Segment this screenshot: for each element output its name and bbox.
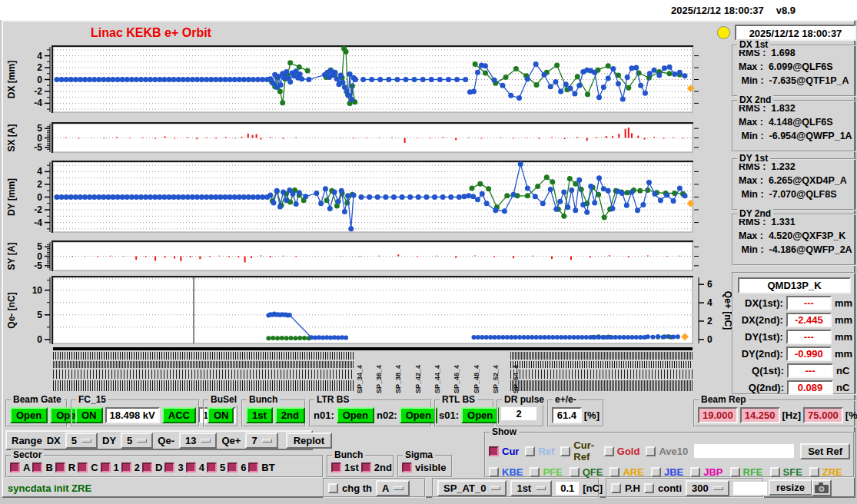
visible-checkbox[interactable]	[402, 463, 412, 472]
bunch-1st-button[interactable]: 1st	[246, 407, 273, 423]
dr-pulse-group: DR pulse	[497, 400, 544, 427]
busel-on-button[interactable]: ON	[208, 407, 234, 423]
checkbox-item-RFE: RFE	[730, 466, 763, 478]
bunch-select-group: Bunch 1st2nd	[327, 455, 394, 478]
bpm-name-display: QMD13P_K	[738, 277, 851, 293]
3-checkbox[interactable]	[164, 463, 174, 472]
jbp-label: JBP	[703, 466, 722, 478]
conti-label: conti	[658, 482, 682, 494]
bt-checkbox[interactable]	[248, 463, 258, 472]
dropdown-dash-icon	[394, 486, 404, 490]
ltr-n01-open-button[interactable]: Open	[337, 407, 374, 423]
d-checkbox[interactable]	[142, 463, 152, 472]
sfe-label: SFE	[783, 466, 802, 478]
acquisition-group: P.H conti 300	[606, 478, 764, 498]
range-qem-label: Qe-	[158, 435, 174, 446]
pfe-checkbox[interactable]	[530, 467, 540, 477]
range-dy-dropdown[interactable]: 5	[121, 433, 153, 449]
svg-text:5: 5	[37, 310, 42, 320]
sfe-checkbox[interactable]	[770, 467, 780, 477]
range-label: Range	[12, 435, 42, 446]
checkbox-item-C: C	[78, 462, 98, 473]
npoints-dropdown[interactable]: 300	[686, 480, 729, 496]
svg-text:2: 2	[37, 179, 42, 190]
conti-checkbox[interactable]	[644, 483, 654, 493]
b-checkbox[interactable]	[32, 463, 42, 472]
jbe-checkbox[interactable]	[651, 467, 661, 477]
c-checkbox[interactable]	[78, 463, 88, 472]
range-panel: Range DX 5 DY 5 Qe- 13 Qe+ 7 Replot	[5, 430, 313, 450]
6-label: 6	[241, 462, 246, 473]
dr-pulse-input[interactable]	[501, 407, 536, 420]
2nd-checkbox[interactable]	[361, 463, 371, 472]
cur-label: Cur	[502, 446, 519, 457]
checkbox-item-1st: 1st	[331, 462, 359, 473]
beam-rep-group: Beam Rep 19.000 14.250 [Hz] 75.000 [%]	[693, 400, 856, 427]
beam-gate-open-button-1[interactable]: Open	[10, 407, 48, 423]
dx-plot: 420-2-4DX [mm]	[3, 45, 732, 115]
a-checkbox[interactable]	[10, 463, 20, 472]
beam-rep-hz-label: [Hz]	[782, 410, 802, 421]
cur-checkbox[interactable]	[489, 446, 499, 456]
range-qep-dropdown[interactable]: 7	[245, 433, 277, 449]
monitor-row: DY(2nd):-0.990mm	[736, 346, 852, 361]
range-qem-dropdown[interactable]: 13	[179, 433, 217, 449]
range-dx-dropdown[interactable]: 5	[65, 433, 98, 449]
checkbox-item-SFE: SFE	[770, 466, 802, 478]
resize-button[interactable]: resize	[769, 479, 812, 496]
4-label: 4	[199, 462, 204, 473]
ref-file-input[interactable]	[694, 444, 794, 458]
camera-button[interactable]	[812, 479, 832, 496]
dropdown-dash-icon	[713, 486, 723, 490]
checkbox-item-BT: BT	[248, 462, 274, 473]
ref-label: Ref	[538, 446, 554, 457]
qfe-checkbox[interactable]	[570, 467, 580, 477]
cur-ref-checkbox[interactable]	[560, 446, 570, 456]
fc15-acc-button[interactable]: ACC	[162, 407, 196, 423]
gold-checkbox[interactable]	[604, 446, 614, 456]
fc15-group: FC_15 ON 18.498 kV ACC 100 %	[71, 400, 200, 427]
checkbox-item-R: R	[55, 462, 75, 473]
1-checkbox[interactable]	[101, 463, 111, 472]
ph-checkbox[interactable]	[611, 483, 621, 493]
svg-text:SX [A]: SX [A]	[6, 124, 17, 151]
1st-label: 1st	[344, 462, 359, 473]
beam-rep-value-3: 75.000	[803, 407, 843, 423]
5-checkbox[interactable]	[207, 463, 217, 472]
monitor-value: ---	[786, 296, 832, 310]
threshold-input[interactable]	[556, 482, 579, 495]
chg-th-dropdown[interactable]: A	[376, 480, 410, 496]
busel-group: BuSel ON	[203, 400, 238, 427]
kbe-checkbox[interactable]	[489, 467, 499, 477]
bt-label: BT	[261, 462, 274, 473]
checkbox-item-6: 6	[228, 462, 246, 473]
ref-checkbox[interactable]	[525, 446, 535, 456]
sp-at-dropdown[interactable]: SP_AT_0	[437, 480, 507, 496]
set-ref-button[interactable]: Set Ref	[800, 443, 850, 459]
ave10-checkbox[interactable]	[646, 446, 656, 456]
chg-th-checkbox[interactable]	[328, 483, 338, 493]
ltr-n02-open-button[interactable]: Open	[400, 407, 437, 423]
bunch-dropdown[interactable]: 1st	[510, 480, 552, 496]
4-checkbox[interactable]	[186, 463, 196, 472]
jbp-checkbox[interactable]	[690, 467, 700, 477]
r-checkbox[interactable]	[55, 463, 65, 472]
are-checkbox[interactable]	[610, 467, 619, 477]
checkbox-item-QFE: QFE	[570, 466, 603, 478]
zre-checkbox[interactable]	[809, 467, 819, 477]
fc15-on-button[interactable]: ON	[75, 407, 103, 423]
extra-input[interactable]	[733, 482, 767, 495]
svg-text:Qe+ [nC]: Qe+ [nC]	[722, 291, 732, 330]
rtl-s01-open-button[interactable]: Open	[461, 407, 499, 423]
replot-button[interactable]: Replot	[286, 433, 332, 449]
bunch-2nd-button[interactable]: 2nd	[275, 407, 305, 423]
r-label: R	[68, 462, 75, 473]
2-checkbox[interactable]	[121, 463, 131, 472]
threshold-unit-label: [nC]	[583, 482, 603, 494]
rfe-checkbox[interactable]	[730, 467, 740, 477]
fc15-kv-display: 18.498 kV	[105, 407, 160, 423]
svg-text:DY [mm]: DY [mm]	[6, 178, 17, 216]
checkbox-item-Cur: Cur	[489, 439, 519, 463]
1st-checkbox[interactable]	[331, 463, 341, 472]
6-checkbox[interactable]	[228, 463, 238, 472]
